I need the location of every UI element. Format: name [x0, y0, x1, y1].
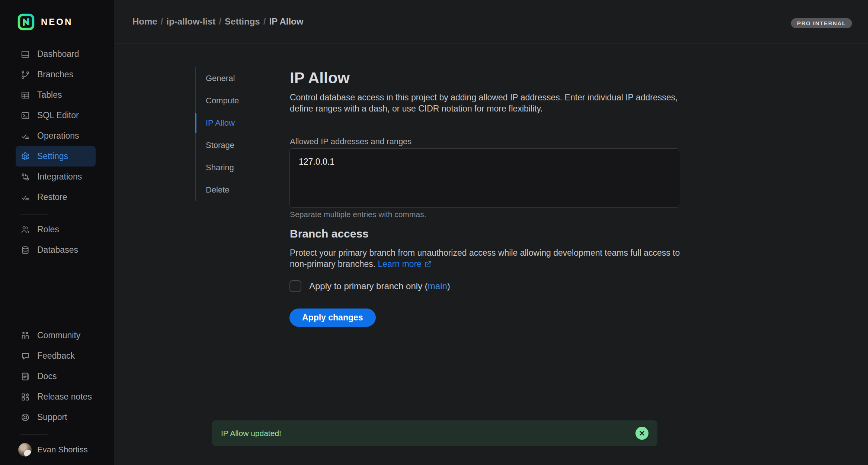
sidebar-item-roles[interactable]: Roles [16, 219, 96, 240]
sidebar-item-operations[interactable]: Operations [16, 126, 96, 146]
sidebar-item-label: Community [37, 330, 80, 340]
toast-close-button[interactable] [635, 427, 648, 440]
brand-wordmark: NEON [41, 17, 73, 27]
checkbox-label-suffix: ) [447, 281, 450, 291]
subnav-item-compute[interactable]: Compute [196, 90, 266, 112]
sidebar-item-label: Branches [37, 70, 73, 80]
neon-logo-icon [17, 13, 35, 30]
support-icon [20, 413, 30, 422]
branch-name-main[interactable]: main [428, 281, 447, 291]
branch-access-title: Branch access [290, 227, 369, 240]
learn-more-link[interactable]: Learn more [378, 259, 432, 269]
neon-logo[interactable]: NEON [17, 13, 73, 30]
dashboard-icon [20, 49, 30, 59]
external-link-icon [424, 260, 432, 268]
sidebar-item-label: Integrations [37, 172, 82, 182]
toast-message: IP Allow updated! [221, 429, 281, 438]
sidebar-item-label: Operations [37, 131, 79, 141]
close-icon [639, 430, 645, 436]
breadcrumb-home[interactable]: Home [132, 16, 157, 26]
top-header: Home/ip-allow-list/Settings/IP Allow PRO… [115, 0, 868, 43]
operations-icon [20, 131, 30, 141]
branch-access-description: Protect your primary branch from unautho… [290, 247, 684, 269]
roles-icon [20, 225, 30, 235]
sidebar-item-branches[interactable]: Branches [16, 64, 96, 85]
sidebar-item-label: Roles [37, 225, 59, 235]
subnav-item-general[interactable]: General [196, 67, 266, 90]
sidebar-nav: Dashboard Branches Tables SQL Editor Ope… [0, 44, 114, 260]
subnav-item-sharing[interactable]: Sharing [196, 156, 266, 179]
primary-branch-checkbox[interactable] [289, 280, 301, 292]
allowed-ips-helper: Separate multiple entries with commas. [290, 210, 426, 219]
sidebar-item-sql-editor[interactable]: SQL Editor [16, 105, 96, 126]
sidebar-item-label: Support [37, 412, 67, 422]
page-title: IP Allow [290, 69, 350, 87]
plan-badge: PRO INTERNAL [791, 18, 852, 28]
avatar [18, 443, 32, 456]
apply-changes-button[interactable]: Apply changes [289, 309, 376, 327]
sidebar-item-tables[interactable]: Tables [16, 85, 96, 105]
sidebar-item-label: Feedback [37, 351, 75, 361]
primary-branch-label: Apply to primary branch only (main) [309, 281, 450, 291]
sidebar-item-docs[interactable]: Docs [16, 366, 96, 387]
subnav-item-delete[interactable]: Delete [196, 179, 266, 201]
user-menu[interactable]: Evan Shortiss [18, 439, 106, 460]
breadcrumb: Home/ip-allow-list/Settings/IP Allow [132, 16, 303, 27]
breadcrumb-project[interactable]: ip-allow-list [166, 16, 215, 26]
user-name: Evan Shortiss [37, 445, 88, 455]
breadcrumb-separator: / [215, 16, 225, 26]
sidebar-item-label: Docs [37, 371, 57, 381]
feedback-icon [20, 351, 30, 361]
sidebar-item-support[interactable]: Support [16, 407, 96, 427]
sidebar-item-databases[interactable]: Databases [16, 240, 96, 260]
tables-icon [20, 90, 30, 100]
sidebar-item-label: Restore [37, 192, 67, 202]
sidebar-item-label: SQL Editor [37, 110, 79, 120]
sidebar-item-restore[interactable]: Restore [16, 187, 96, 207]
learn-more-label: Learn more [378, 259, 422, 269]
sidebar-item-label: Release notes [37, 392, 92, 402]
sidebar-item-dashboard[interactable]: Dashboard [16, 44, 96, 64]
sidebar-item-feedback[interactable]: Feedback [16, 346, 96, 366]
sidebar-item-label: Dashboard [37, 49, 79, 59]
breadcrumb-settings[interactable]: Settings [225, 16, 260, 26]
sidebar-divider [20, 434, 48, 435]
settings-gear-icon [20, 152, 30, 161]
sidebar-item-label: Databases [37, 245, 78, 255]
breadcrumb-separator: / [260, 16, 269, 26]
allowed-ips-label: Allowed IP addresses and ranges [290, 137, 411, 146]
branch-access-text: Protect your primary branch from unautho… [290, 248, 680, 269]
primary-branch-row: Apply to primary branch only (main) [289, 280, 450, 292]
subnav-item-storage[interactable]: Storage [196, 134, 266, 156]
branches-icon [20, 70, 30, 80]
sidebar-item-integrations[interactable]: Integrations [16, 167, 96, 187]
sql-editor-icon [20, 111, 30, 120]
integrations-icon [20, 172, 30, 182]
databases-icon [20, 245, 30, 255]
settings-subnav: General Compute IP Allow Storage Sharing… [195, 67, 266, 201]
sidebar: NEON Dashboard Branches Tables SQL Edito… [0, 0, 114, 465]
sidebar-item-label: Tables [37, 90, 62, 100]
checkbox-label-prefix: Apply to primary branch only ( [309, 281, 428, 291]
success-toast: IP Allow updated! [212, 420, 657, 446]
sidebar-divider [20, 214, 48, 214]
sidebar-footer: Community Feedback Docs Release notes Su… [0, 325, 114, 460]
community-icon [20, 331, 30, 340]
release-notes-icon [20, 392, 30, 402]
sidebar-item-settings[interactable]: Settings [16, 146, 96, 167]
subnav-item-ip-allow[interactable]: IP Allow [196, 112, 266, 134]
sidebar-item-label: Settings [37, 151, 68, 161]
sidebar-item-release-notes[interactable]: Release notes [16, 387, 96, 407]
restore-icon [20, 193, 30, 202]
allowed-ips-textarea[interactable]: 127.0.0.1 [289, 148, 680, 208]
breadcrumb-separator: / [157, 16, 167, 26]
breadcrumb-current: IP Allow [269, 16, 303, 26]
sidebar-item-community[interactable]: Community [16, 325, 96, 346]
page-description: Control database access in this project … [290, 92, 680, 114]
docs-icon [20, 372, 30, 381]
